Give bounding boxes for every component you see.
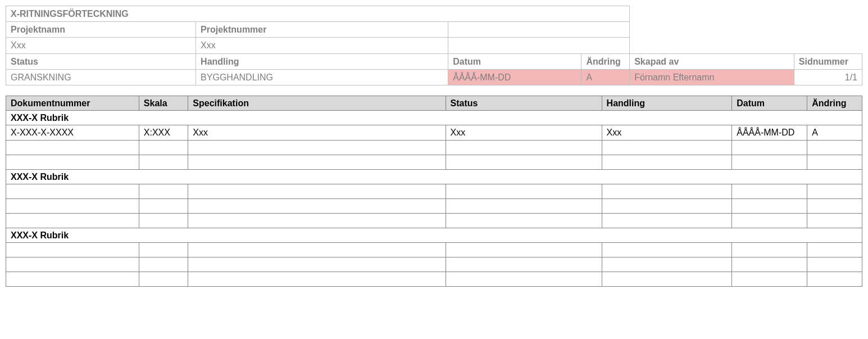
cell-andring [807, 272, 862, 286]
cell-datum [732, 257, 807, 272]
cell-skala: X:XXX [139, 125, 188, 140]
value-handling: BYGGHANDLING [196, 69, 448, 85]
document-title: X-RITNINGSFÖRTECKNING [6, 6, 630, 22]
cell-datum [732, 242, 807, 257]
cell-datum [732, 213, 807, 228]
cell-status [446, 184, 602, 198]
cell-skala [139, 242, 188, 257]
cell-status [446, 140, 602, 155]
header-blank-2 [448, 38, 630, 53]
cell-handling [602, 140, 732, 155]
label-projektnamn: Projektnamn [6, 22, 196, 38]
cell-status [446, 213, 602, 228]
value-datum: ÅÅÅÅ-MM-DD [448, 69, 581, 85]
cell-handling [602, 272, 732, 286]
col-datum: Datum [732, 96, 807, 110]
header-blank-side-2 [630, 38, 862, 53]
value-projektnummer: Xxx [196, 38, 448, 53]
header-blank-1 [448, 22, 630, 38]
cell-andring [807, 140, 862, 155]
table-row [6, 257, 862, 272]
value-andring: A [581, 69, 630, 85]
cell-dokumentnummer [6, 272, 139, 286]
label-skapad-av: Skapad av [630, 53, 794, 69]
cell-dokumentnummer [6, 184, 139, 198]
label-projektnummer: Projektnummer [196, 22, 448, 38]
cell-skala [139, 272, 188, 286]
cell-datum [732, 272, 807, 286]
cell-dokumentnummer [6, 155, 139, 169]
table-row [6, 140, 862, 155]
cell-dokumentnummer [6, 140, 139, 155]
cell-datum [732, 155, 807, 169]
rubrik-row: XXX-X Rubrik [6, 228, 862, 242]
value-sidnummer: 1/1 [794, 69, 862, 85]
table-row [6, 272, 862, 286]
col-specifikation: Specifikation [188, 96, 446, 110]
cell-dokumentnummer [6, 198, 139, 213]
label-datum: Datum [448, 53, 581, 69]
cell-specifikation [188, 140, 446, 155]
header-table: X-RITNINGSFÖRTECKNING Projektnamn Projek… [6, 6, 862, 85]
cell-datum [732, 198, 807, 213]
cell-skala [139, 198, 188, 213]
rubrik-row: XXX-X Rubrik [6, 169, 862, 184]
col-handling: Handling [602, 96, 732, 110]
cell-skala [139, 184, 188, 198]
rubrik-row: XXX-X Rubrik [6, 111, 862, 125]
cell-status [446, 198, 602, 213]
rubrik-cell: XXX-X Rubrik [6, 228, 862, 242]
cell-specifikation [188, 184, 446, 198]
cell-dokumentnummer [6, 213, 139, 228]
cell-specifikation [188, 213, 446, 228]
cell-status [446, 155, 602, 169]
table-row [6, 184, 862, 198]
table-row [6, 242, 862, 257]
cell-andring [807, 257, 862, 272]
cell-status [446, 242, 602, 257]
cell-specifikation [188, 257, 446, 272]
label-handling: Handling [196, 53, 448, 69]
cell-dokumentnummer [6, 257, 139, 272]
value-status: GRANSKNING [6, 69, 196, 85]
value-skapad-av: Förnamn Efternamn [630, 69, 794, 85]
cell-specifikation [188, 272, 446, 286]
rubrik-cell: XXX-X Rubrik [6, 169, 862, 184]
header-blank-side-1 [630, 22, 862, 38]
col-skala: Skala [139, 96, 188, 110]
table-row [6, 213, 862, 228]
cell-datum: ÅÅÅÅ-MM-DD [732, 125, 807, 140]
cell-andring: A [807, 125, 862, 140]
table-header-row: Dokumentnummer Skala Specifikation Statu… [6, 96, 862, 110]
cell-skala [139, 140, 188, 155]
cell-specifikation [188, 155, 446, 169]
col-status: Status [446, 96, 602, 110]
cell-andring [807, 155, 862, 169]
cell-handling [602, 155, 732, 169]
cell-datum [732, 184, 807, 198]
cell-specifikation: Xxx [188, 125, 446, 140]
cell-dokumentnummer: X-XXX-X-XXXX [6, 125, 139, 140]
cell-handling [602, 242, 732, 257]
label-sidnummer: Sidnummer [794, 53, 862, 69]
cell-handling [602, 257, 732, 272]
cell-andring [807, 198, 862, 213]
cell-handling [602, 184, 732, 198]
table-row [6, 198, 862, 213]
cell-skala [139, 257, 188, 272]
cell-datum [732, 140, 807, 155]
col-andring: Ändring [807, 96, 862, 110]
cell-dokumentnummer [6, 242, 139, 257]
drawing-list-table: Dokumentnummer Skala Specifikation Statu… [6, 96, 862, 287]
cell-specifikation [188, 242, 446, 257]
rubrik-cell: XXX-X Rubrik [6, 111, 862, 125]
cell-handling: Xxx [602, 125, 732, 140]
cell-status [446, 257, 602, 272]
cell-andring [807, 242, 862, 257]
label-status: Status [6, 53, 196, 69]
cell-andring [807, 184, 862, 198]
cell-handling [602, 198, 732, 213]
cell-status [446, 272, 602, 286]
header-blank-top [630, 6, 862, 22]
cell-andring [807, 213, 862, 228]
